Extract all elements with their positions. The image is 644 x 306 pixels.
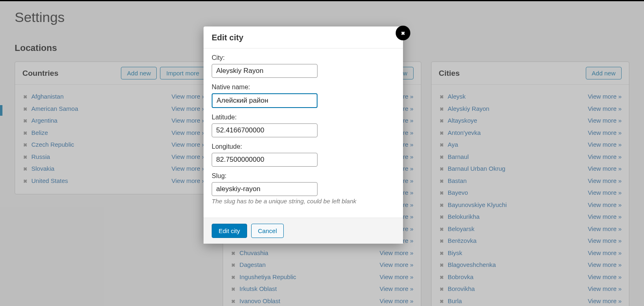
longitude-label: Longitude: bbox=[212, 143, 395, 150]
slug-hint: The slug has to be a unique string, coul… bbox=[212, 198, 395, 205]
city-input[interactable] bbox=[212, 64, 318, 78]
longitude-input[interactable] bbox=[212, 153, 318, 167]
native-name-input[interactable] bbox=[212, 93, 318, 108]
edit-city-submit-button[interactable]: Edit city bbox=[212, 224, 247, 238]
modal-title: Edit city bbox=[204, 26, 403, 48]
native-name-label: Native name: bbox=[212, 84, 395, 91]
slug-input[interactable] bbox=[212, 182, 318, 196]
close-icon[interactable] bbox=[396, 26, 410, 40]
slug-label: Slug: bbox=[212, 172, 395, 180]
latitude-label: Latitude: bbox=[212, 114, 395, 121]
cancel-button[interactable]: Cancel bbox=[251, 224, 284, 238]
city-label: City: bbox=[212, 54, 395, 62]
latitude-input[interactable] bbox=[212, 123, 318, 137]
edit-city-modal: Edit city City: Native name: Latitude: L… bbox=[204, 26, 403, 244]
